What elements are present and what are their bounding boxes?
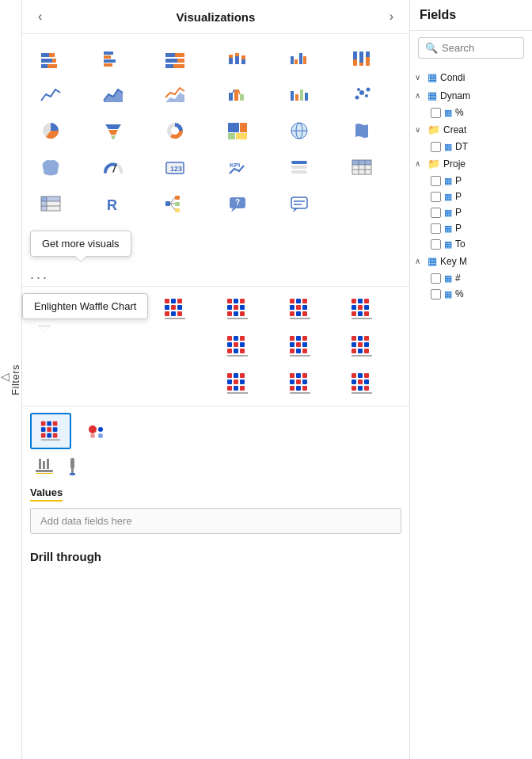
matrix-icon[interactable] <box>30 186 71 221</box>
ribbon-chart-icon[interactable] <box>217 77 258 112</box>
waterfall-icon[interactable] <box>279 77 320 112</box>
svg-rect-139 <box>290 311 294 316</box>
svg-rect-143 <box>352 299 356 303</box>
gauge-icon[interactable] <box>93 150 134 185</box>
folder-dynam[interactable]: ∧ ▦ Dynam <box>410 86 532 105</box>
field-checkbox-p4[interactable] <box>431 223 441 234</box>
search-input[interactable] <box>442 42 517 54</box>
folder-keym[interactable]: ∧ ▦ Key M <box>410 252 532 270</box>
filters-collapse-icon[interactable]: ◁ <box>1 370 10 383</box>
svg-rect-118 <box>177 305 182 310</box>
field-percent: ▦ % <box>410 105 532 120</box>
custom-visual-8[interactable] <box>279 329 321 364</box>
svg-rect-28 <box>359 51 363 63</box>
stacked-column-icon[interactable] <box>217 40 258 75</box>
svg-rect-166 <box>290 342 294 347</box>
line-stacked-icon[interactable] <box>154 77 196 112</box>
folder-name-dynam: Dynam <box>440 90 470 101</box>
svg-rect-200 <box>296 386 301 391</box>
custom-visual-12[interactable] <box>341 366 382 401</box>
chevron-up-icon-proje: ∧ <box>415 159 424 168</box>
table-icon[interactable] <box>341 150 382 185</box>
slicer-icon[interactable] <box>279 150 320 185</box>
field-checkbox-hash[interactable] <box>431 273 441 284</box>
kpi-icon[interactable]: KPI <box>217 150 258 185</box>
stacked-bar-icon[interactable] <box>30 40 71 75</box>
line-chart-icon[interactable] <box>30 77 71 112</box>
decomp-tree-icon[interactable] <box>154 186 196 221</box>
svg-rect-40 <box>305 93 308 101</box>
calc-icon-dt: ▦ <box>444 142 452 152</box>
viz-nav-right[interactable]: › <box>385 8 398 25</box>
folder-creat[interactable]: ∨ 📁 Creat <box>410 120 532 139</box>
svg-rect-221 <box>53 433 58 438</box>
enlighten-waffle-selected[interactable] <box>30 413 71 449</box>
svg-rect-119 <box>165 311 169 316</box>
svg-rect-24 <box>299 53 302 64</box>
svg-text:R: R <box>107 197 117 213</box>
svg-rect-171 <box>302 349 307 353</box>
qa-icon[interactable]: ? <box>217 186 258 221</box>
svg-rect-182 <box>352 355 372 357</box>
field-name-p4: P <box>455 223 462 234</box>
viz-nav-left[interactable]: ‹ <box>33 8 47 25</box>
calc-icon-p3: ▦ <box>444 208 452 218</box>
circles-icon[interactable] <box>78 415 114 447</box>
folder-proje[interactable]: ∧ 📁 Proje <box>410 154 532 173</box>
svg-rect-54 <box>228 133 235 139</box>
clustered-bar-icon[interactable] <box>93 40 134 75</box>
donut-icon[interactable] <box>154 113 196 148</box>
svg-rect-170 <box>296 349 301 353</box>
field-checkbox-p3[interactable] <box>431 208 441 218</box>
scatter-chart-icon[interactable] <box>341 77 382 112</box>
field-checkbox-to[interactable] <box>431 239 441 250</box>
field-checkbox-percent[interactable] <box>431 108 441 118</box>
svg-rect-175 <box>364 336 369 341</box>
calc-icon-p4: ▦ <box>444 223 452 234</box>
custom-visual-5[interactable] <box>279 292 321 326</box>
get-more-tooltip[interactable]: Get more visuals <box>30 231 131 257</box>
r-visual-icon[interactable]: R <box>93 186 134 221</box>
field-checkbox-p2[interactable] <box>431 192 441 202</box>
svg-line-59 <box>113 166 116 172</box>
pie-chart-icon[interactable] <box>30 113 71 148</box>
field-checkbox-dt[interactable] <box>431 142 441 152</box>
funnel-icon[interactable] <box>93 113 134 148</box>
svg-rect-115 <box>177 299 182 303</box>
clustered-column-icon[interactable] <box>279 40 320 75</box>
area-chart-icon[interactable] <box>93 77 134 112</box>
custom-visual-6[interactable] <box>341 292 382 326</box>
field-checkbox-p1[interactable] <box>431 176 441 186</box>
folder-condi[interactable]: ∨ ▦ Condi <box>410 68 532 86</box>
svg-point-41 <box>355 96 359 100</box>
svg-rect-30 <box>366 51 370 57</box>
paintbrush-icon[interactable] <box>62 456 84 480</box>
shape-map-icon[interactable] <box>30 150 71 185</box>
custom-visual-10[interactable] <box>217 366 258 401</box>
filled-map-icon[interactable] <box>341 113 382 148</box>
add-data-field[interactable]: Add data fields here <box>30 508 401 534</box>
svg-rect-137 <box>296 305 301 310</box>
map-icon[interactable] <box>279 113 320 148</box>
svg-rect-189 <box>227 386 232 391</box>
custom-visual-9[interactable] <box>341 329 382 364</box>
values-section: Values Add data fields here <box>22 406 409 540</box>
smart-narrative-icon[interactable] <box>279 186 320 221</box>
custom-visual-11[interactable] <box>279 366 321 401</box>
values-label-row: Values <box>30 485 401 505</box>
custom-visual-3[interactable] <box>154 292 196 326</box>
visualizations-panel: ‹ Visualizations › <box>22 0 410 759</box>
svg-rect-228 <box>36 473 53 474</box>
custom-visual-4[interactable] <box>217 292 258 326</box>
card-icon[interactable]: 123 <box>154 150 196 185</box>
fields-search-box[interactable]: 🔍 <box>418 37 524 59</box>
custom-visual-7[interactable] <box>217 329 258 364</box>
svg-rect-114 <box>171 299 176 303</box>
stacked-bar-100-icon[interactable] <box>154 40 196 75</box>
format-icon[interactable] <box>33 456 55 480</box>
svg-rect-127 <box>234 305 238 310</box>
field-checkbox-percent2[interactable] <box>431 289 441 299</box>
stacked-column-100-icon[interactable] <box>341 40 382 75</box>
field-name-p2: P <box>455 191 462 202</box>
treemap-icon[interactable] <box>217 113 258 148</box>
